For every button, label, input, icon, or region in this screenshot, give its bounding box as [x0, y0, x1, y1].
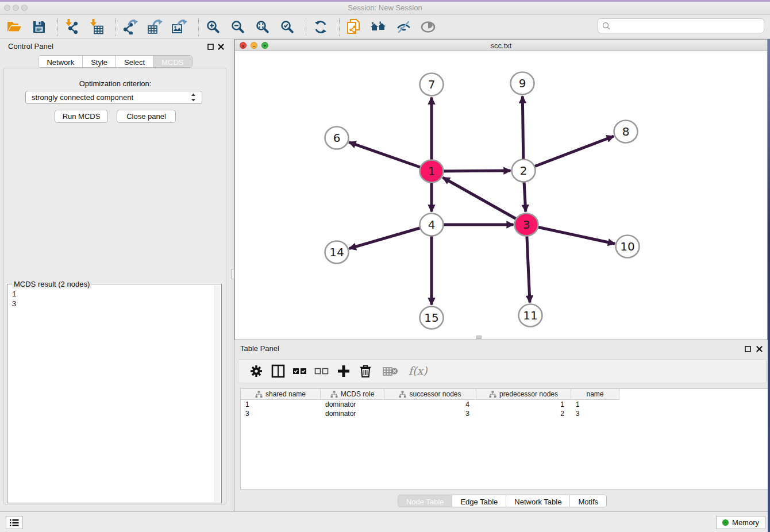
- column-label: predecessor nodes: [499, 390, 558, 398]
- network-view-window: x – + scc.txt 7968124314101511: [234, 39, 768, 340]
- table-close-icon[interactable]: [756, 345, 763, 353]
- memory-button[interactable]: Memory: [716, 516, 765, 529]
- tab-select[interactable]: Select: [116, 56, 153, 68]
- import-network-icon[interactable]: [64, 18, 81, 36]
- task-history-button[interactable]: [6, 516, 23, 529]
- search-input[interactable]: [611, 20, 764, 32]
- control-panel-title: Control Panel: [8, 42, 53, 51]
- table-cell: 1: [241, 400, 321, 409]
- select-all-checks-icon[interactable]: [291, 363, 309, 380]
- add-column-icon[interactable]: [335, 363, 352, 380]
- result-item: 1: [12, 289, 221, 299]
- float-panel-icon[interactable]: [207, 43, 214, 51]
- network-graph[interactable]: 7968124314101511: [235, 51, 767, 340]
- column-settings-gear-icon[interactable]: [248, 363, 265, 380]
- close-panel-button[interactable]: Close panel: [117, 110, 176, 123]
- title-bar: Session: New Session: [0, 0, 770, 15]
- refresh-view-icon[interactable]: [312, 18, 329, 36]
- mcds-result-box: MCDS result (2 nodes) 13: [7, 284, 222, 503]
- save-session-icon[interactable]: [30, 18, 48, 36]
- table-cell: dominator: [321, 409, 384, 418]
- close-panel-icon[interactable]: [217, 43, 225, 51]
- toggle-column-pane-icon[interactable]: [270, 363, 287, 380]
- zoom-in-icon[interactable]: [205, 18, 222, 36]
- table-cell: 4: [384, 400, 476, 409]
- svg-text:6: 6: [333, 131, 341, 145]
- graph-node-3[interactable]: 3: [515, 214, 538, 236]
- export-image-icon[interactable]: [171, 18, 188, 36]
- table-tab-motifs[interactable]: Motifs: [570, 495, 606, 507]
- first-neighbors-icon[interactable]: [370, 18, 387, 36]
- result-scrollbar[interactable]: [214, 286, 220, 502]
- column-header-shared-name[interactable]: shared name: [241, 389, 321, 400]
- table-cell: 2: [476, 409, 571, 418]
- tab-mcds[interactable]: MCDS: [153, 56, 191, 68]
- desktop-edge: [768, 39, 770, 532]
- export-network-icon[interactable]: [122, 18, 139, 36]
- table-toolbar: f(x): [238, 359, 767, 383]
- tab-network[interactable]: Network: [38, 56, 83, 68]
- edge-3-10: [526, 225, 615, 244]
- column-header-predecessor-nodes[interactable]: predecessor nodes: [476, 389, 571, 400]
- optimization-criterion-label: Optimization criterion:: [0, 79, 230, 88]
- column-header-MCDS-role[interactable]: MCDS role: [321, 389, 384, 400]
- graph-node-4[interactable]: 4: [420, 214, 444, 236]
- graph-node-6[interactable]: 6: [325, 127, 349, 149]
- graph-node-8[interactable]: 8: [614, 121, 638, 143]
- panel-split-divider[interactable]: [230, 39, 234, 511]
- zoom-selected-icon[interactable]: [279, 18, 296, 36]
- duplicate-network-icon[interactable]: [345, 18, 363, 36]
- column-tree-icon: [330, 391, 338, 398]
- graph-node-14[interactable]: 14: [325, 241, 349, 264]
- run-mcds-button[interactable]: Run MCDS: [55, 110, 108, 123]
- graph-node-1[interactable]: 1: [420, 160, 444, 183]
- table-tab-edge-table[interactable]: Edge Table: [452, 495, 506, 507]
- import-table-icon[interactable]: [88, 18, 106, 36]
- show-graphics-details-icon[interactable]: [419, 18, 437, 36]
- table-cell: 3: [571, 409, 619, 418]
- column-label: successor nodes: [409, 390, 461, 398]
- memory-label: Memory: [732, 518, 759, 527]
- application-window: Session: New Session Control Panel Netwo…: [0, 0, 770, 532]
- column-tree-icon: [255, 391, 263, 398]
- table-panel: Table Panel f(x) shared nameMCDS rolesuc…: [234, 340, 770, 511]
- tab-group: NetworkStyleSelectMCDS: [38, 55, 192, 68]
- column-header-name[interactable]: name: [571, 389, 619, 400]
- svg-text:7: 7: [428, 78, 436, 91]
- graph-node-9[interactable]: 9: [511, 72, 534, 95]
- deselect-all-checks-icon[interactable]: [313, 363, 330, 380]
- table-body: 1dominator4113dominator323: [241, 400, 769, 418]
- table-tabs: Node TableEdge TableNetwork TableMotifs: [234, 495, 770, 507]
- control-panel-header: Control Panel: [0, 39, 230, 54]
- export-table-icon[interactable]: [147, 18, 164, 36]
- canvas-scroll-nub[interactable]: [476, 336, 482, 339]
- toolbar-separator: [57, 18, 58, 36]
- table-row[interactable]: 3dominator323: [241, 409, 769, 418]
- svg-text:f(x): f(x): [409, 364, 428, 377]
- open-session-icon[interactable]: [6, 18, 23, 36]
- column-tree-icon: [399, 391, 406, 398]
- table-tab-node-table[interactable]: Node Table: [398, 495, 453, 507]
- zoom-fit-icon[interactable]: [254, 18, 271, 36]
- edge-4-14: [349, 225, 432, 249]
- graph-node-7[interactable]: 7: [420, 74, 444, 96]
- svg-text:1: 1: [428, 164, 436, 178]
- zoom-out-icon[interactable]: [229, 18, 247, 36]
- table-row[interactable]: 1dominator411: [241, 400, 769, 409]
- graph-node-15[interactable]: 15: [420, 307, 444, 329]
- table-tab-network-table[interactable]: Network Table: [506, 495, 570, 507]
- delete-column-trash-icon[interactable]: [357, 363, 374, 380]
- graph-node-2[interactable]: 2: [512, 160, 536, 182]
- graph-node-10[interactable]: 10: [616, 236, 640, 258]
- hide-graphics-details-icon[interactable]: [395, 18, 412, 36]
- table-header-row: shared nameMCDS rolesuccessor nodesprede…: [241, 389, 769, 400]
- network-canvas[interactable]: 7968124314101511: [235, 51, 767, 340]
- node-table: shared nameMCDS rolesuccessor nodesprede…: [240, 388, 769, 489]
- control-panel: Control Panel NetworkStyleSelectMCDS Opt…: [0, 39, 230, 511]
- svg-text:14: 14: [329, 245, 344, 259]
- column-header-successor-nodes[interactable]: successor nodes: [384, 389, 476, 400]
- graph-node-11[interactable]: 11: [519, 304, 542, 327]
- optimization-select[interactable]: strongly connected component: [25, 91, 202, 104]
- tab-style[interactable]: Style: [83, 56, 116, 68]
- table-float-icon[interactable]: [744, 345, 752, 353]
